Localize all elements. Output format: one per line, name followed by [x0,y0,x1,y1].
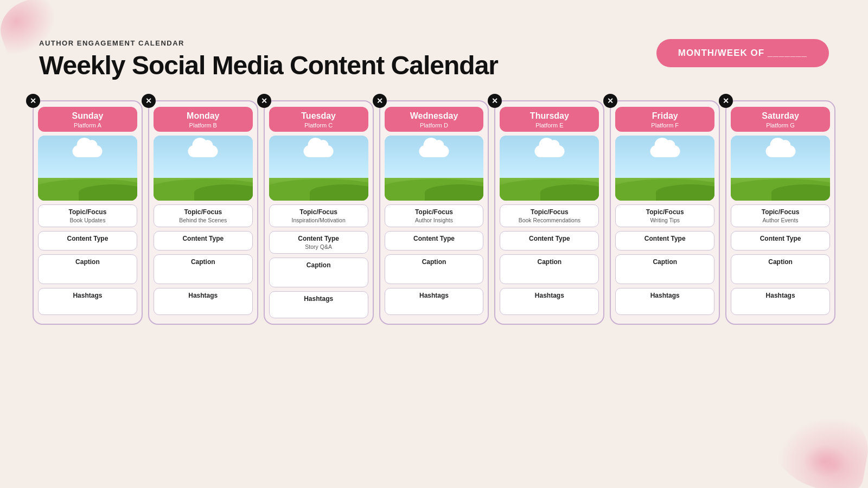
day-header-friday: Friday Platform F [615,107,714,132]
platform-label-saturday: Platform G [733,122,828,129]
topic-label: Topic/Focus [390,208,479,216]
caption-box-sunday[interactable]: Caption [38,254,137,284]
grass-hills [731,174,830,201]
caption-label: Caption [620,258,710,266]
caption-box-monday[interactable]: Caption [154,254,253,284]
subtitle: AUTHOR ENGAGEMENT CALENDAR [39,39,498,47]
cloud [650,145,680,157]
topic-value: Author Insights [390,217,479,223]
caption-box-thursday[interactable]: Caption [500,254,599,284]
caption-label: Caption [390,258,479,266]
hashtags-box-sunday[interactable]: Hashtags [38,288,137,315]
hashtags-label: Hashtags [505,292,594,299]
hashtags-box-friday[interactable]: Hashtags [615,288,714,315]
hashtags-label: Hashtags [274,295,363,303]
topic-label: Topic/Focus [505,208,594,216]
grass-hills [38,174,137,201]
content-type-box-wednesday[interactable]: Content Type [385,231,484,251]
topic-box-thursday[interactable]: Topic/Focus Book Recommendations [500,204,599,227]
landscape-img-wednesday [385,136,484,201]
content-type-label: Content Type [158,235,248,242]
topic-label: Topic/Focus [274,208,363,216]
content-type-box-friday[interactable]: Content Type [615,231,714,251]
topic-box-wednesday[interactable]: Topic/Focus Author Insights [385,204,484,227]
grass-hills [385,174,484,201]
hashtags-box-wednesday[interactable]: Hashtags [385,288,484,315]
topic-box-monday[interactable]: Topic/Focus Behind the Scenes [154,204,253,227]
hill2 [656,184,714,201]
cloud [188,145,218,157]
hashtags-label: Hashtags [736,292,825,299]
hashtags-box-saturday[interactable]: Hashtags [731,288,830,315]
hill2 [310,184,368,201]
caption-box-saturday[interactable]: Caption [731,254,830,284]
topic-box-friday[interactable]: Topic/Focus Writing Tips [615,204,714,227]
topic-box-saturday[interactable]: Topic/Focus Author Events [731,204,830,227]
hashtags-box-tuesday[interactable]: Hashtags [269,291,368,318]
day-card-wednesday: ✕ Wednesday Platform D Topic/Focus Autho… [379,100,489,325]
content-type-label: Content Type [620,235,710,242]
caption-box-friday[interactable]: Caption [615,254,714,284]
content-type-label: Content Type [505,235,594,242]
hashtags-label: Hashtags [158,292,248,299]
content-type-box-sunday[interactable]: Content Type [38,231,137,251]
close-btn-monday[interactable]: ✕ [142,94,156,108]
close-btn-saturday[interactable]: ✕ [719,94,733,108]
hashtags-box-thursday[interactable]: Hashtags [500,288,599,315]
topic-value: Behind the Scenes [158,217,248,223]
day-header-tuesday: Tuesday Platform C [269,107,368,132]
day-card-monday: ✕ Monday Platform B Topic/Focus Behind t… [148,100,258,325]
hashtags-box-monday[interactable]: Hashtags [154,288,253,315]
cloud [73,145,103,157]
caption-label: Caption [43,258,132,266]
platform-label-monday: Platform B [156,122,251,129]
caption-label: Caption [736,258,825,266]
day-header-thursday: Thursday Platform E [500,107,599,132]
platform-label-friday: Platform F [617,122,712,129]
landscape-img-sunday [38,136,137,201]
day-card-thursday: ✕ Thursday Platform E Topic/Focus Book R… [494,100,604,325]
caption-label: Caption [158,258,248,266]
caption-label: Caption [505,258,594,266]
day-header-wednesday: Wednesday Platform D [385,107,484,132]
topic-box-sunday[interactable]: Topic/Focus Book Updates [38,204,137,227]
day-card-tuesday: ✕ Tuesday Platform C Topic/Focus Inspira… [264,100,374,325]
hashtags-label: Hashtags [390,292,479,299]
topic-value: Inspiration/Motivation [274,217,363,223]
close-btn-wednesday[interactable]: ✕ [373,94,387,108]
content-type-box-thursday[interactable]: Content Type [500,231,599,251]
grass-hills [615,174,714,201]
month-badge[interactable]: MONTH/WEEK OF _______ [656,39,829,67]
cloud [304,145,334,157]
content-type-label: Content Type [274,235,363,242]
grass-hills [269,174,368,201]
close-btn-friday[interactable]: ✕ [603,94,617,108]
day-name-wednesday: Wednesday [387,111,482,121]
cloud [534,145,564,157]
platform-label-tuesday: Platform C [271,122,366,129]
decoration-splatter-br2 [803,445,846,477]
content-type-label: Content Type [736,235,825,242]
hill2 [540,184,599,201]
content-type-box-saturday[interactable]: Content Type [731,231,830,251]
hashtags-label: Hashtags [620,292,710,299]
topic-value: Author Events [736,217,825,223]
platform-label-sunday: Platform A [40,122,135,129]
topic-box-tuesday[interactable]: Topic/Focus Inspiration/Motivation [269,204,368,227]
topic-label: Topic/Focus [43,208,132,216]
close-btn-thursday[interactable]: ✕ [488,94,502,108]
content-type-label: Content Type [390,235,479,242]
hill2 [425,184,483,201]
topic-value: Book Recommendations [505,217,594,223]
close-btn-sunday[interactable]: ✕ [26,94,40,108]
close-btn-tuesday[interactable]: ✕ [257,94,271,108]
cloud [765,145,795,157]
landscape-img-thursday [500,136,599,201]
day-card-saturday: ✕ Saturday Platform G Topic/Focus Author… [725,100,835,325]
content-type-value: Story Q&A [274,243,363,250]
content-type-box-monday[interactable]: Content Type [154,231,253,251]
caption-box-wednesday[interactable]: Caption [385,254,484,284]
content-type-box-tuesday[interactable]: Content Type Story Q&A [269,231,368,254]
day-card-friday: ✕ Friday Platform F Topic/Focus Writing … [610,100,720,325]
caption-box-tuesday[interactable]: Caption [269,258,368,287]
